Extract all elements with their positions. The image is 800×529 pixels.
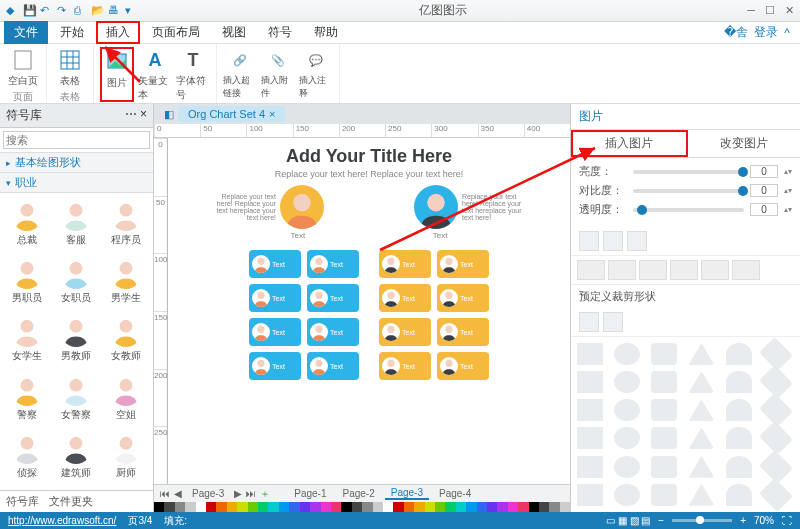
view-mode-icons[interactable]: ▭ ▦ ▧ ▤ — [606, 515, 650, 526]
crop-shape[interactable] — [651, 399, 677, 421]
rp-tool-2[interactable] — [603, 231, 623, 251]
crop-shape[interactable] — [726, 399, 752, 421]
status-url[interactable]: http://www.edrawsoft.cn/ — [8, 515, 116, 526]
crop-shape[interactable] — [726, 484, 752, 506]
insert-hyperlink-button[interactable]: 🔗 插入超链接 — [223, 47, 257, 100]
vector-text-button[interactable]: A 矢量文本 — [138, 47, 172, 102]
crop-shape[interactable] — [577, 371, 603, 393]
close-tab-icon[interactable]: × — [269, 108, 275, 120]
insert-comment-button[interactable]: 💬 插入注释 — [299, 47, 333, 100]
crop-shape[interactable] — [688, 343, 714, 365]
crop-shape[interactable] — [726, 456, 752, 478]
crop-shape[interactable] — [688, 456, 714, 478]
stepper-icon[interactable]: ▴▾ — [784, 186, 792, 195]
page-tab[interactable]: Page-4 — [433, 488, 477, 499]
color-palette[interactable] — [154, 502, 570, 512]
org-card[interactable]: Text — [307, 318, 359, 346]
slider-track[interactable] — [633, 189, 744, 193]
crop-shape[interactable] — [688, 371, 714, 393]
slider-track[interactable] — [633, 208, 744, 212]
crop-shape[interactable] — [651, 343, 677, 365]
tab-symbols[interactable]: 符号 — [258, 21, 302, 44]
shape-item[interactable]: 女学生 — [2, 313, 52, 369]
prev-page-icon[interactable]: ◀ — [174, 488, 182, 499]
crop-shape[interactable] — [688, 484, 714, 506]
zoom-in-icon[interactable]: + — [740, 515, 746, 526]
org-card[interactable]: Text — [379, 250, 431, 278]
thumbnail[interactable] — [670, 260, 698, 280]
shape-item[interactable]: 侦探 — [2, 430, 52, 486]
tab-page-layout[interactable]: 页面布局 — [142, 21, 210, 44]
thumbnail[interactable] — [577, 260, 605, 280]
slider-track[interactable] — [633, 170, 744, 174]
add-page-icon[interactable]: ＋ — [260, 487, 270, 501]
rp-tab-change[interactable]: 改变图片 — [688, 130, 801, 157]
share-icon[interactable]: �舎 — [724, 24, 748, 41]
org-card[interactable]: Text — [437, 250, 489, 278]
crop-shape[interactable] — [759, 478, 793, 512]
crop-shape[interactable] — [577, 456, 603, 478]
org-card[interactable]: Text — [379, 318, 431, 346]
rp-crop-2[interactable] — [603, 312, 623, 332]
crop-shape[interactable] — [726, 371, 752, 393]
stepper-icon[interactable]: ▴▾ — [784, 167, 792, 176]
rp-tab-insert[interactable]: 插入图片 — [571, 130, 688, 157]
canvas[interactable]: Add Your Title Here Replace your text he… — [168, 138, 570, 484]
shape-item[interactable]: 女职员 — [52, 255, 102, 311]
shape-item[interactable]: 厨师 — [101, 430, 151, 486]
thumbnail[interactable] — [732, 260, 760, 280]
org-card[interactable]: Text — [307, 284, 359, 312]
accordion-basic-shapes[interactable]: 基本绘图形状 — [0, 153, 153, 173]
crop-shape[interactable] — [614, 399, 640, 421]
org-card[interactable]: Text — [249, 284, 301, 312]
org-card[interactable]: Text — [379, 352, 431, 380]
tab-start[interactable]: 开始 — [50, 21, 94, 44]
thumbnail[interactable] — [701, 260, 729, 280]
last-page-icon[interactable]: ⏭ — [246, 488, 256, 499]
shape-item[interactable]: 男学生 — [101, 255, 151, 311]
shape-item[interactable]: 警察 — [2, 372, 52, 428]
insert-picture-button[interactable]: 图片 — [100, 47, 134, 102]
shape-item[interactable]: 客服 — [52, 197, 102, 253]
crop-shape[interactable] — [614, 484, 640, 506]
shape-item[interactable]: 男教师 — [52, 313, 102, 369]
shape-item[interactable]: 建筑师 — [52, 430, 102, 486]
crop-shape[interactable] — [651, 456, 677, 478]
open-icon[interactable]: 📂 — [91, 4, 105, 18]
shape-item[interactable]: 男职员 — [2, 255, 52, 311]
print-icon[interactable]: 🖶 — [108, 4, 122, 18]
org-card[interactable]: Text — [249, 250, 301, 278]
table-button[interactable]: 表格 — [53, 47, 87, 88]
org-card[interactable]: Text — [307, 250, 359, 278]
crop-shape[interactable] — [726, 427, 752, 449]
page-tab[interactable]: Page-1 — [288, 488, 332, 499]
slider-value[interactable]: 0 — [750, 203, 778, 216]
zoom-out-icon[interactable]: − — [658, 515, 664, 526]
file-tab[interactable]: 文件 — [4, 21, 48, 44]
crop-shape[interactable] — [726, 343, 752, 365]
file-folder-tab[interactable]: 文件更夹 — [49, 494, 93, 509]
crop-shape[interactable] — [651, 484, 677, 506]
insert-attachment-button[interactable]: 📎 插入附件 — [261, 47, 295, 100]
rp-crop-1[interactable] — [579, 312, 599, 332]
org-top-1[interactable]: Replace your text here! Replace your tex… — [206, 185, 324, 229]
accordion-occupation[interactable]: 职业 — [0, 173, 153, 193]
crop-shape[interactable] — [651, 371, 677, 393]
panel-menu-icon[interactable]: ⋯ × — [125, 107, 147, 124]
crop-shape[interactable] — [577, 343, 603, 365]
slider-value[interactable]: 0 — [750, 165, 778, 178]
tab-help[interactable]: 帮助 — [304, 21, 348, 44]
fullscreen-icon[interactable]: ⛶ — [782, 515, 792, 526]
rp-tool-1[interactable] — [579, 231, 599, 251]
blank-page-button[interactable]: 空白页 — [6, 47, 40, 88]
tab-view[interactable]: 视图 — [212, 21, 256, 44]
login-link[interactable]: 登录 — [754, 24, 778, 41]
shape-item[interactable]: 空姐 — [101, 372, 151, 428]
export-icon[interactable]: ⎙ — [74, 4, 88, 18]
thumbnail[interactable] — [639, 260, 667, 280]
document-tab[interactable]: Org Chart Set 4 × — [178, 106, 285, 122]
crop-shape[interactable] — [614, 343, 640, 365]
stepper-icon[interactable]: ▴▾ — [784, 205, 792, 214]
org-card[interactable]: Text — [307, 352, 359, 380]
page-tab[interactable]: Page-3 — [385, 487, 429, 500]
